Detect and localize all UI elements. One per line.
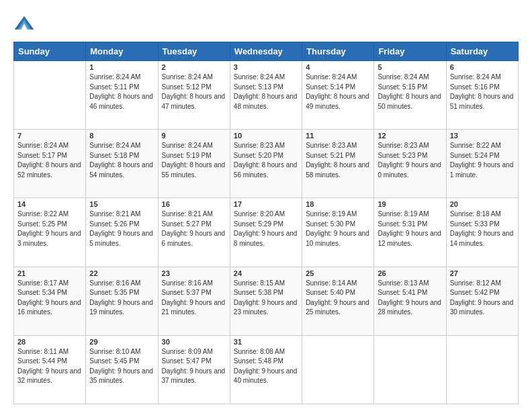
sunset-text: Sunset: 5:45 PM: [89, 357, 139, 365]
daylight-text: Daylight: 9 hours and 21 minutes.: [162, 299, 226, 316]
sunset-text: Sunset: 5:48 PM: [234, 357, 283, 365]
calendar-cell: 14Sunrise: 8:22 AMSunset: 5:25 PMDayligh…: [14, 198, 86, 267]
calendar-cell: 31Sunrise: 8:08 AMSunset: 5:48 PMDayligh…: [230, 335, 302, 404]
sunrise-text: Sunrise: 8:24 AM: [450, 73, 501, 81]
sunrise-text: Sunrise: 8:14 AM: [306, 279, 357, 287]
day-number: 26: [378, 269, 442, 277]
daylight-text: Daylight: 8 hours and 55 minutes.: [162, 161, 226, 179]
sunrise-text: Sunrise: 8:24 AM: [162, 142, 213, 149]
sunset-text: Sunset: 5:35 PM: [89, 289, 139, 296]
sunset-text: Sunset: 5:24 PM: [450, 152, 500, 159]
calendar-cell: 9Sunrise: 8:24 AMSunset: 5:19 PMDaylight…: [158, 130, 230, 198]
day-number: 1: [89, 63, 154, 71]
day-number: 8: [89, 132, 154, 140]
sunrise-text: Sunrise: 8:21 AM: [162, 210, 213, 218]
daylight-text: Daylight: 8 hours and 51 minutes.: [450, 93, 514, 110]
day-number: 4: [306, 63, 370, 71]
day-number: 27: [450, 269, 515, 277]
cell-info: Sunrise: 8:24 AMSunset: 5:17 PMDaylight:…: [17, 141, 82, 180]
sunset-text: Sunset: 5:16 PM: [450, 83, 500, 91]
week-row-0: 1Sunrise: 8:24 AMSunset: 5:11 PMDaylight…: [14, 61, 519, 130]
cell-info: Sunrise: 8:24 AMSunset: 5:12 PMDaylight:…: [162, 73, 226, 111]
daylight-text: Daylight: 9 hours and 32 minutes.: [17, 367, 81, 385]
sunset-text: Sunset: 5:25 PM: [17, 220, 67, 228]
sunrise-text: Sunrise: 8:18 AM: [450, 210, 501, 218]
day-number: 15: [89, 200, 154, 208]
cell-info: Sunrise: 8:15 AMSunset: 5:38 PMDaylight:…: [234, 279, 298, 318]
day-number: 14: [17, 200, 82, 208]
calendar-cell: 8Sunrise: 8:24 AMSunset: 5:18 PMDaylight…: [86, 130, 158, 198]
cell-info: Sunrise: 8:17 AMSunset: 5:34 PMDaylight:…: [17, 279, 82, 318]
calendar-cell: [14, 61, 86, 130]
cell-info: Sunrise: 8:22 AMSunset: 5:25 PMDaylight:…: [17, 210, 82, 248]
sunset-text: Sunset: 5:19 PM: [162, 152, 212, 159]
cell-info: Sunrise: 8:16 AMSunset: 5:35 PMDaylight:…: [89, 279, 154, 318]
day-number: 31: [234, 338, 298, 346]
daylight-text: Daylight: 8 hours and 50 minutes.: [378, 93, 441, 110]
calendar-cell: 6Sunrise: 8:24 AMSunset: 5:16 PMDaylight…: [446, 61, 518, 130]
day-number: 29: [89, 338, 154, 346]
day-number: 5: [378, 63, 442, 71]
day-number: 20: [450, 200, 515, 208]
sunrise-text: Sunrise: 8:23 AM: [234, 142, 285, 149]
day-number: 10: [234, 132, 298, 140]
sunrise-text: Sunrise: 8:24 AM: [17, 142, 69, 149]
cell-info: Sunrise: 8:09 AMSunset: 5:47 PMDaylight:…: [162, 347, 226, 386]
sunset-text: Sunset: 5:26 PM: [89, 220, 139, 228]
day-number: 30: [162, 338, 226, 346]
sunrise-text: Sunrise: 8:24 AM: [89, 142, 140, 149]
calendar-cell: 5Sunrise: 8:24 AMSunset: 5:15 PMDaylight…: [374, 61, 446, 130]
sunset-text: Sunset: 5:13 PM: [234, 83, 283, 91]
sunset-text: Sunset: 5:21 PM: [306, 152, 355, 159]
daylight-text: Daylight: 9 hours and 35 minutes.: [89, 367, 153, 385]
sunset-text: Sunset: 5:20 PM: [234, 152, 283, 159]
sunset-text: Sunset: 5:17 PM: [17, 152, 67, 159]
daylight-text: Daylight: 9 hours and 5 minutes.: [89, 230, 153, 247]
week-row-4: 28Sunrise: 8:11 AMSunset: 5:44 PMDayligh…: [14, 335, 519, 404]
daylight-text: Daylight: 8 hours and 56 minutes.: [234, 161, 298, 179]
sunrise-text: Sunrise: 8:24 AM: [162, 73, 213, 81]
calendar-cell: 18Sunrise: 8:19 AMSunset: 5:30 PMDayligh…: [302, 198, 374, 267]
daylight-text: Daylight: 9 hours and 0 minutes.: [378, 161, 441, 179]
calendar-cell: 16Sunrise: 8:21 AMSunset: 5:27 PMDayligh…: [158, 198, 230, 267]
daylight-text: Daylight: 8 hours and 58 minutes.: [306, 161, 369, 179]
daylight-text: Daylight: 9 hours and 3 minutes.: [17, 230, 81, 247]
sunset-text: Sunset: 5:41 PM: [378, 289, 427, 296]
day-number: 22: [89, 269, 154, 277]
sunrise-text: Sunrise: 8:16 AM: [89, 279, 140, 287]
calendar-cell: 28Sunrise: 8:11 AMSunset: 5:44 PMDayligh…: [14, 335, 86, 404]
cell-info: Sunrise: 8:24 AMSunset: 5:15 PMDaylight:…: [378, 73, 442, 111]
cell-info: Sunrise: 8:10 AMSunset: 5:45 PMDaylight:…: [89, 347, 154, 386]
daylight-text: Daylight: 9 hours and 1 minute.: [450, 161, 514, 179]
header: [13, 13, 519, 35]
day-number: 24: [234, 269, 298, 277]
sunset-text: Sunset: 5:44 PM: [17, 357, 67, 365]
day-number: 11: [306, 132, 370, 140]
page: SundayMondayTuesdayWednesdayThursdayFrid…: [0, 0, 532, 411]
daylight-text: Daylight: 9 hours and 25 minutes.: [306, 299, 369, 316]
sunrise-text: Sunrise: 8:19 AM: [306, 210, 357, 218]
daylight-text: Daylight: 9 hours and 10 minutes.: [306, 230, 369, 247]
sunset-text: Sunset: 5:12 PM: [162, 83, 212, 91]
calendar-cell: 19Sunrise: 8:19 AMSunset: 5:31 PMDayligh…: [374, 198, 446, 267]
daylight-text: Daylight: 9 hours and 16 minutes.: [17, 299, 81, 316]
sunrise-text: Sunrise: 8:11 AM: [17, 348, 69, 355]
calendar-cell: 30Sunrise: 8:09 AMSunset: 5:47 PMDayligh…: [158, 335, 230, 404]
cell-info: Sunrise: 8:18 AMSunset: 5:33 PMDaylight:…: [450, 210, 515, 248]
sunset-text: Sunset: 5:40 PM: [306, 289, 355, 296]
day-header-saturday: Saturday: [446, 42, 518, 61]
sunset-text: Sunset: 5:23 PM: [378, 152, 427, 159]
sunrise-text: Sunrise: 8:21 AM: [89, 210, 140, 218]
day-number: 28: [17, 338, 82, 346]
sunrise-text: Sunrise: 8:19 AM: [378, 210, 429, 218]
day-number: 6: [450, 63, 515, 71]
cell-info: Sunrise: 8:21 AMSunset: 5:26 PMDaylight:…: [89, 210, 154, 248]
daylight-text: Daylight: 9 hours and 8 minutes.: [234, 230, 298, 247]
daylight-text: Daylight: 8 hours and 47 minutes.: [162, 93, 226, 110]
daylight-text: Daylight: 9 hours and 28 minutes.: [378, 299, 441, 316]
sunrise-text: Sunrise: 8:23 AM: [378, 142, 429, 149]
daylight-text: Daylight: 9 hours and 14 minutes.: [450, 230, 514, 247]
day-number: 3: [234, 63, 298, 71]
day-number: 25: [306, 269, 370, 277]
daylight-text: Daylight: 9 hours and 30 minutes.: [450, 299, 514, 316]
